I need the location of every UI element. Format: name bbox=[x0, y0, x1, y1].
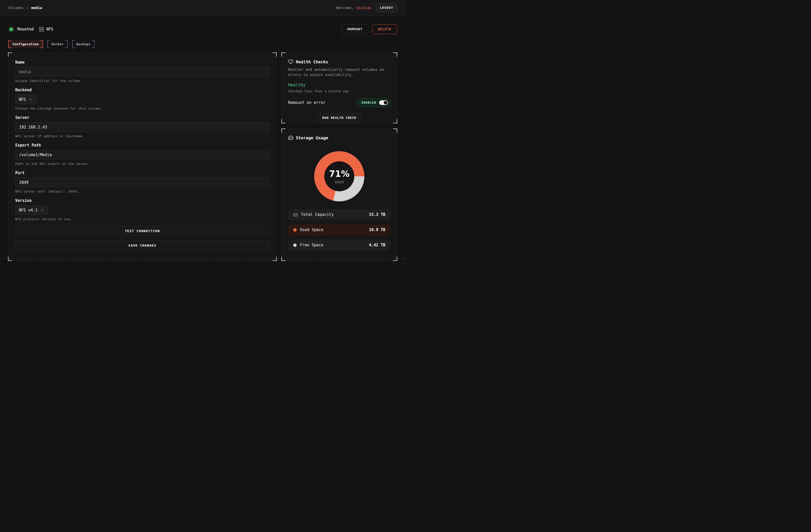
free-space-row: Free Space 4.42 TB bbox=[288, 240, 391, 250]
backend-select-value: NFS bbox=[19, 97, 26, 102]
toggle-track bbox=[379, 100, 388, 105]
storage-usage-panel: Storage Usage 71% Used Total Capacity bbox=[281, 129, 397, 261]
port-field-label: Port bbox=[15, 171, 270, 175]
server-input[interactable] bbox=[15, 122, 270, 132]
backend-badge: NFS bbox=[39, 27, 53, 32]
export-path-field-label: Export Path bbox=[15, 143, 270, 147]
used-space-swatch bbox=[293, 228, 296, 232]
tab-backups[interactable]: Backups bbox=[72, 40, 95, 48]
tab-configuration[interactable]: Configuration bbox=[8, 40, 43, 48]
export-path-input[interactable] bbox=[15, 150, 270, 159]
username: nicolas bbox=[356, 6, 371, 10]
corner-bracket bbox=[281, 119, 286, 123]
corner-bracket bbox=[281, 257, 286, 261]
backend-field-helper: Choose the storage backend for this volu… bbox=[15, 107, 270, 110]
version-select-value: NFS v4.1 bbox=[19, 208, 37, 213]
export-path-field-helper: Path to the NFS export on the server. bbox=[15, 162, 270, 166]
tab-bar: Configuration Docker Backups bbox=[8, 40, 397, 48]
corner-bracket bbox=[281, 128, 286, 132]
corner-bracket bbox=[273, 52, 277, 57]
status-row: Mounted NFS UNMOUNT DELETE bbox=[8, 24, 397, 34]
version-select[interactable]: NFS v4.1 bbox=[15, 205, 48, 215]
server-field-label: Server bbox=[15, 115, 270, 120]
used-space-row: Used Space 10.9 TB bbox=[288, 224, 391, 235]
name-field-helper: Unique identifier for the volume. bbox=[15, 79, 270, 83]
name-input[interactable] bbox=[15, 67, 270, 77]
health-status-text: Healthy bbox=[288, 82, 391, 88]
mount-status-label: Mounted bbox=[17, 27, 34, 32]
unmount-button[interactable]: UNMOUNT bbox=[341, 24, 368, 34]
total-capacity-value: 15.3 TB bbox=[369, 212, 385, 217]
delete-button[interactable]: DELETE bbox=[372, 24, 397, 34]
corner-bracket bbox=[393, 128, 397, 132]
backend-badge-label: NFS bbox=[46, 27, 53, 32]
hard-drive-icon bbox=[288, 135, 293, 140]
breadcrumb-volumes-link[interactable]: Volumes bbox=[8, 6, 24, 10]
backend-field-label: Backend bbox=[15, 88, 270, 92]
corner-bracket bbox=[281, 52, 286, 57]
logout-button[interactable]: LOGOUT bbox=[376, 3, 397, 12]
name-field-label: Name bbox=[15, 60, 270, 65]
server-field-helper: NFS server IP address or hostname. bbox=[15, 134, 270, 138]
save-changes-button[interactable]: SAVE CHANGES bbox=[15, 240, 270, 250]
test-connection-button[interactable]: TEST CONNECTION bbox=[15, 226, 270, 236]
total-capacity-label: Total Capacity bbox=[301, 212, 334, 217]
server-icon bbox=[39, 27, 44, 32]
storage-used-percent: 71% bbox=[329, 169, 350, 179]
used-space-value: 10.9 TB bbox=[369, 228, 385, 232]
breadcrumb: Volumes > media bbox=[8, 6, 42, 10]
tab-docker[interactable]: Docker bbox=[47, 40, 68, 48]
port-field-helper: NFS server port (default: 2049). bbox=[15, 189, 270, 193]
backend-select[interactable]: NFS bbox=[15, 95, 36, 104]
hard-drive-icon bbox=[293, 213, 298, 217]
remount-toggle-state: ENABLED bbox=[361, 101, 376, 105]
free-space-label: Free Space bbox=[300, 243, 323, 247]
heart-icon bbox=[288, 59, 293, 64]
corner-bracket bbox=[8, 257, 12, 261]
corner-bracket bbox=[393, 119, 397, 123]
storage-used-caption: Used bbox=[335, 180, 344, 184]
health-panel-title: Health Checks bbox=[296, 60, 328, 64]
run-health-check-button[interactable]: RUN HEALTH CHECK bbox=[317, 113, 361, 123]
mounted-status-dot bbox=[10, 28, 13, 31]
port-input[interactable] bbox=[15, 177, 270, 187]
remount-on-error-label: Remount on error bbox=[288, 100, 325, 105]
corner-bracket bbox=[8, 52, 12, 57]
chevron-down-icon bbox=[41, 208, 44, 212]
breadcrumb-current: media bbox=[31, 6, 42, 10]
toggle-knob bbox=[384, 101, 387, 105]
free-space-swatch bbox=[293, 244, 296, 247]
chevron-down-icon bbox=[29, 98, 33, 101]
version-field-label: Version bbox=[15, 198, 270, 203]
corner-bracket bbox=[393, 52, 397, 57]
health-description: Monitor and automatically remount volume… bbox=[288, 67, 391, 78]
breadcrumb-separator-icon: > bbox=[26, 6, 28, 10]
health-checks-panel: Health Checks Monitor and automatically … bbox=[281, 53, 397, 123]
health-last-checked: Checked less than a minute ago bbox=[288, 89, 391, 93]
free-space-value: 4.42 TB bbox=[369, 243, 385, 247]
corner-bracket bbox=[393, 257, 397, 261]
top-bar: Volumes > media Welcome, nicolas LOGOUT bbox=[0, 0, 406, 16]
footer-grid-strip bbox=[0, 258, 406, 266]
welcome-text: Welcome, nicolas bbox=[336, 6, 371, 10]
storage-donut-chart: 71% Used bbox=[314, 151, 364, 201]
corner-bracket bbox=[273, 257, 277, 261]
configuration-panel: Name Unique identifier for the volume. B… bbox=[8, 53, 276, 261]
used-space-label: Used Space bbox=[300, 228, 323, 232]
remount-toggle[interactable]: ENABLED bbox=[357, 98, 391, 107]
storage-panel-title: Storage Usage bbox=[296, 136, 328, 140]
version-field-helper: NFS protocol version to use. bbox=[15, 217, 270, 221]
total-capacity-row: Total Capacity 15.3 TB bbox=[288, 209, 391, 220]
